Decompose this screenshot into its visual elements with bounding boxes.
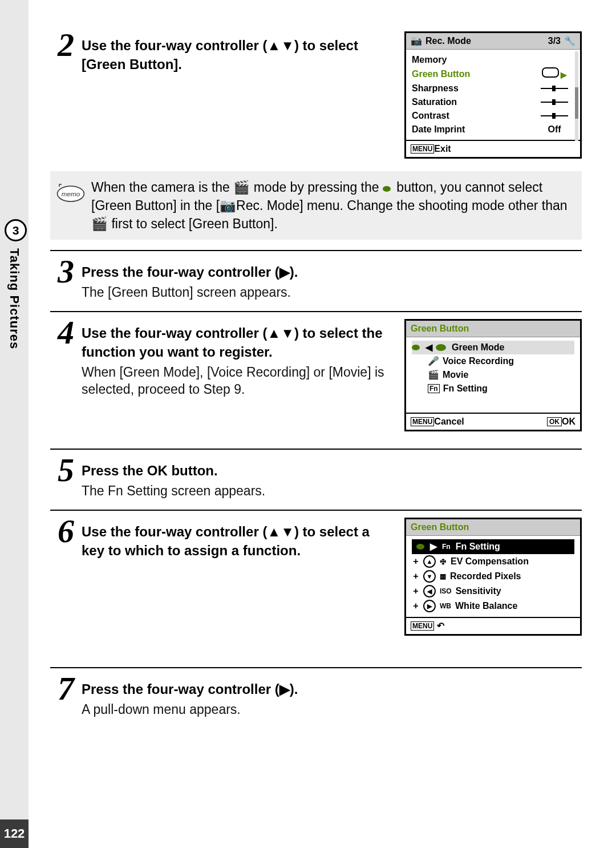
option-row: 🎬Movie (412, 368, 574, 382)
page-number: 122 (0, 819, 29, 848)
step-7-title: Press the four-way controller (▶). (82, 680, 582, 698)
step-7-desc: A pull-down menu appears. (82, 701, 582, 718)
screen3-selected-row: ▶ Fn Fn Setting (412, 539, 574, 554)
menu-row: Date ImprintOff (412, 123, 574, 136)
scrollbar (575, 51, 578, 141)
step-7-number: 7 (50, 675, 82, 702)
step-2-title: Use the four-way controller (▲▼) to sele… (82, 36, 395, 74)
screen3-title: Green Button (406, 519, 580, 536)
chapter-number: 3 (5, 219, 27, 241)
camera-icon: 📷 (411, 35, 422, 47)
screen2-cancel: Cancel (434, 417, 464, 426)
fn-assign-row: +▼ ▦Recorded Pixels (412, 569, 574, 584)
memo-icon: memo (50, 178, 91, 208)
step-5: 5 Press the OK button. The Fn Setting sc… (50, 457, 582, 499)
section-title: Taking Pictures (7, 248, 22, 349)
fn-assign-row: +◀ ISOSensitivity (412, 584, 574, 599)
step-6-number: 6 (50, 518, 82, 545)
step-4-number: 4 (50, 319, 82, 346)
memo-note: memo When the camera is the 🎬 mode by pr… (50, 171, 582, 240)
step-3-title: Press the four-way controller (▶). (82, 263, 582, 281)
fn-icon: Fn (440, 542, 452, 551)
step-4-desc: When [Green Mode], [Voice Recording] or … (82, 364, 395, 398)
svg-text:memo: memo (62, 190, 80, 197)
step-3: 3 Press the four-way controller (▶). The… (50, 258, 582, 301)
menu-row: Contrast (412, 109, 574, 123)
screen1-exit: Exit (434, 144, 451, 154)
screen1-title: Rec. Mode (425, 35, 471, 47)
step-4: 4 Use the four-way controller (▲▼) to se… (50, 319, 395, 398)
movie-mode-icon: 🎬 (233, 180, 250, 195)
lcd-rec-mode-menu: 📷 Rec. Mode 3/3 🔧 MemoryGreen Button▶Sha… (404, 31, 582, 159)
screen1-page: 3/3 (548, 35, 561, 47)
step-5-number: 5 (50, 457, 82, 484)
step-6: 6 Use the four-way controller (▲▼) to se… (50, 518, 395, 560)
screen3-topline: Fn Setting (456, 540, 500, 553)
step-2: 2 Use the four-way controller (▲▼) to se… (50, 31, 395, 74)
movie-mode-icon: 🎬 (91, 216, 108, 231)
menu-button-label: MENU (411, 621, 434, 631)
fn-assign-row: +▶ WBWhite Balance (412, 599, 574, 613)
screen2-ok: OK (562, 417, 576, 426)
menu-row: Saturation (412, 95, 574, 109)
step-6-title: Use the four-way controller (▲▼) to sele… (82, 522, 395, 560)
menu-button-label: MENU (411, 417, 434, 426)
tool-icon: 🔧 (564, 35, 576, 47)
step-4-title: Use the four-way controller (▲▼) to sele… (82, 324, 395, 361)
option-row: FnFn Setting (412, 382, 574, 395)
left-margin: 3 Taking Pictures 122 (0, 0, 29, 848)
step-5-title: Press the OK button. (82, 461, 582, 480)
green-button-icon (416, 544, 424, 550)
option-row: ◀Green Mode (412, 341, 574, 354)
step-7: 7 Press the four-way controller (▶). A p… (50, 675, 582, 718)
menu-row: Green Button▶ (412, 67, 574, 82)
lcd-green-button-menu: Green Button ◀Green Mode🎤Voice Recording… (404, 319, 582, 431)
fn-assign-row: +▲ ⧾EV Compensation (412, 554, 574, 569)
menu-row: Sharpness (412, 82, 574, 95)
menu-row: Memory (412, 53, 574, 67)
step-3-desc: The [Green Button] screen appears. (82, 284, 582, 301)
green-button-icon (383, 186, 391, 192)
step-3-number: 3 (50, 258, 82, 285)
step-5-desc: The Fn Setting screen appears. (82, 482, 582, 499)
back-arrow-icon: ↶ (437, 621, 444, 631)
lcd-fn-setting-menu: Green Button ▶ Fn Fn Setting +▲ ⧾EV Comp… (404, 518, 582, 636)
menu-button-label: MENU (411, 144, 434, 154)
option-row: 🎤Voice Recording (412, 354, 574, 368)
ok-button-label: OK (547, 417, 562, 426)
screen2-title: Green Button (406, 321, 580, 337)
memo-text: When the camera is the 🎬 mode by pressin… (91, 178, 574, 233)
camera-icon: 📷 (220, 198, 236, 213)
step-2-number: 2 (50, 31, 82, 59)
